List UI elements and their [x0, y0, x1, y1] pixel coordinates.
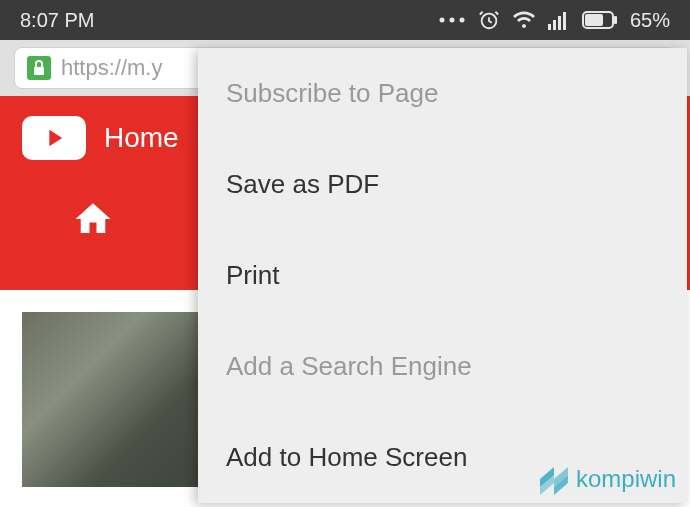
svg-point-2 — [459, 18, 464, 23]
home-icon[interactable] — [72, 198, 114, 240]
battery-icon — [582, 11, 618, 29]
menu-print[interactable]: Print — [198, 230, 687, 321]
svg-rect-6 — [558, 16, 561, 30]
youtube-logo[interactable] — [22, 116, 86, 160]
browser-menu: Subscribe to Page Save as PDF Print Add … — [198, 48, 687, 503]
svg-rect-11 — [34, 67, 44, 75]
watermark-text: kompiwin — [576, 465, 676, 493]
battery-percent: 65% — [630, 9, 670, 32]
alarm-icon — [478, 9, 500, 31]
svg-rect-7 — [563, 12, 566, 30]
kompiwin-icon — [538, 463, 570, 495]
status-time: 8:07 PM — [20, 9, 94, 32]
dots-icon — [438, 16, 466, 24]
menu-save-pdf[interactable]: Save as PDF — [198, 139, 687, 230]
svg-rect-9 — [585, 14, 603, 26]
menu-subscribe-page: Subscribe to Page — [198, 48, 687, 139]
status-bar: 8:07 PM 65% — [0, 0, 690, 40]
url-text: https://m.y — [61, 55, 162, 81]
svg-point-0 — [439, 18, 444, 23]
wifi-icon — [512, 10, 536, 30]
status-icons: 65% — [438, 9, 670, 32]
svg-rect-5 — [553, 20, 556, 30]
lock-icon — [27, 56, 51, 80]
home-label[interactable]: Home — [104, 122, 179, 154]
svg-point-1 — [449, 18, 454, 23]
menu-add-search-engine: Add a Search Engine — [198, 321, 687, 412]
svg-rect-10 — [614, 16, 617, 24]
svg-rect-4 — [548, 24, 551, 30]
watermark: kompiwin — [538, 463, 676, 495]
signal-icon — [548, 10, 570, 30]
